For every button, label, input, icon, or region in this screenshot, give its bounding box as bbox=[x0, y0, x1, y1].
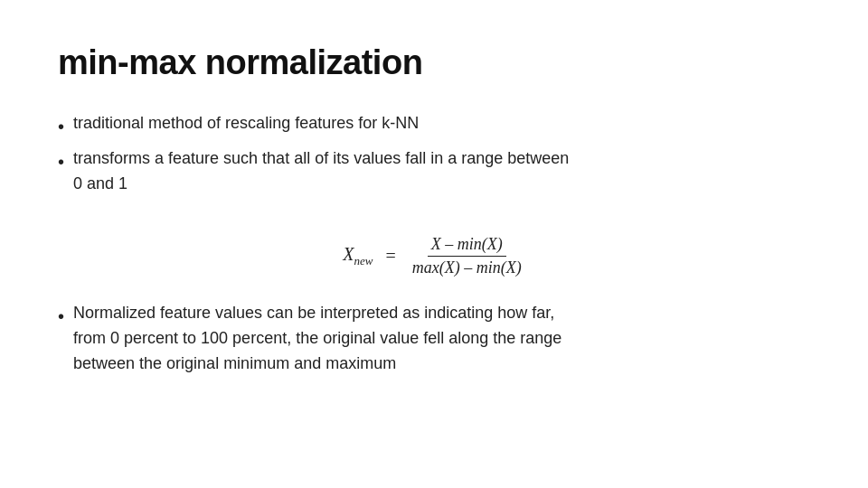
last-bullet-text: Normalized feature values can be interpr… bbox=[73, 301, 810, 377]
bullet-text-2: transforms a feature such that all of it… bbox=[73, 146, 810, 197]
last-bullet: • Normalized feature values can be inter… bbox=[58, 301, 810, 377]
formula-container: Xnew = X – min(X) max(X) – min(X) bbox=[58, 235, 810, 277]
bullet-dot-2: • bbox=[58, 148, 64, 176]
formula: Xnew = X – min(X) max(X) – min(X) bbox=[343, 235, 524, 277]
slide: min-max normalization • traditional meth… bbox=[0, 0, 868, 488]
last-bullet-line2: from 0 percent to 100 percent, the origi… bbox=[73, 329, 561, 347]
bullet-item-1: • traditional method of rescaling featur… bbox=[58, 111, 810, 141]
last-bullet-dot: • bbox=[58, 303, 64, 331]
formula-lhs-sub: new bbox=[354, 254, 373, 267]
bullet-dot-1: • bbox=[58, 113, 64, 141]
formula-equals: = bbox=[385, 246, 395, 267]
formula-denominator: max(X) – min(X) bbox=[409, 257, 525, 277]
formula-numerator: X – min(X) bbox=[428, 235, 506, 257]
last-bullet-line3: between the original minimum and maximum bbox=[73, 354, 396, 372]
bullet-list: • traditional method of rescaling featur… bbox=[58, 111, 810, 202]
formula-fraction: X – min(X) max(X) – min(X) bbox=[409, 235, 525, 277]
last-bullet-line1: Normalized feature values can be interpr… bbox=[73, 304, 554, 322]
bullet-item-2: • transforms a feature such that all of … bbox=[58, 146, 810, 197]
bullet-text-2-line2: 0 and 1 bbox=[73, 174, 127, 192]
slide-title: min-max normalization bbox=[58, 43, 810, 82]
bullet-text-1: traditional method of rescaling features… bbox=[73, 111, 810, 136]
formula-lhs: Xnew bbox=[343, 244, 373, 268]
bullet-text-2-line1: transforms a feature such that all of it… bbox=[73, 149, 569, 167]
